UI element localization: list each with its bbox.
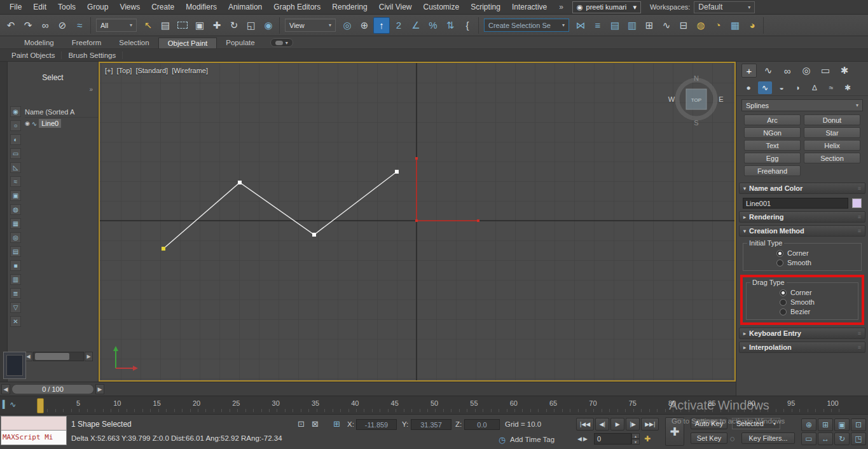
menu-item[interactable]: Tools (52, 0, 81, 14)
key-filters-button[interactable]: Key Filters... (741, 432, 795, 444)
render-setup-icon[interactable]: ◔ (710, 17, 726, 34)
material-editor-icon[interactable]: ◍ (692, 17, 709, 34)
motion-tab-icon[interactable]: ◎ (799, 64, 814, 78)
filter-icon[interactable]: ▽ (10, 302, 21, 313)
time-slider-handle[interactable] (37, 398, 44, 413)
geometry-category-icon[interactable]: ● (741, 81, 755, 94)
rollout-rendering[interactable]: ▸ Rendering (739, 211, 865, 223)
rollout-creation-method[interactable]: ▾ Creation Method (739, 225, 865, 237)
compass-west[interactable]: W (668, 95, 675, 103)
ribbon-tab[interactable]: Freeform (63, 38, 111, 48)
compass-east[interactable]: E (719, 95, 723, 103)
scrollbar-track[interactable] (33, 352, 84, 361)
menu-item[interactable]: Edit (27, 0, 52, 14)
spline-type-button[interactable]: NGon (744, 127, 801, 138)
scene-explorer-row[interactable]: ◉ ∿ Line0 (25, 118, 98, 129)
go-to-end-button[interactable]: ▶▶| (641, 418, 659, 431)
x-coordinate-field[interactable] (356, 419, 397, 430)
shapes-category-icon[interactable]: ∿ (758, 81, 772, 94)
workspace-dropdown[interactable]: Default ▾ (694, 1, 755, 13)
sort-icon[interactable]: ≣ (10, 288, 21, 299)
scrollbar-thumb[interactable] (35, 353, 69, 360)
display-containers-icon[interactable]: ■ (10, 260, 21, 271)
menu-item[interactable]: Views (114, 0, 146, 14)
coordinate-mode-icon[interactable]: ⊞ (333, 419, 340, 429)
undo-icon[interactable]: ↶ (3, 17, 19, 34)
radio-option[interactable]: Corner (780, 289, 854, 296)
set-keys-big-button[interactable]: ✚ (665, 417, 684, 446)
menu-item[interactable]: Interactive (506, 0, 553, 14)
viewport-layout-tab[interactable] (3, 352, 26, 379)
radio-option[interactable]: Corner (776, 249, 857, 257)
red-spline-vertex[interactable] (415, 219, 418, 222)
spline-type-button[interactable]: Section (804, 153, 860, 163)
red-spline-vertex[interactable] (477, 219, 479, 222)
rollout-interpolation[interactable]: ▸ Interpolation (739, 342, 865, 353)
menubar-overflow-icon[interactable]: » (559, 3, 563, 11)
frame-step-icons[interactable]: ◀▶ (577, 436, 589, 442)
find-icon[interactable]: ✕ (10, 316, 21, 327)
lights-category-icon[interactable]: ◒ (775, 81, 789, 94)
spline-type-button[interactable]: Arc (744, 114, 801, 125)
splines-dropdown[interactable]: Splines ▾ (741, 99, 863, 111)
spline-vertex[interactable] (238, 181, 242, 184)
select-and-rotate-icon[interactable]: ↻ (226, 17, 242, 34)
viewport-menu[interactable]: [Wireframe] (172, 67, 208, 74)
systems-category-icon[interactable]: ✱ (841, 81, 855, 94)
display-lights-icon[interactable]: ◐ (10, 134, 21, 145)
listener-field[interactable]: MAXScript Mi (1, 431, 67, 445)
ribbon-subtab[interactable]: Paint Objects (5, 52, 62, 59)
viewport-canvas[interactable]: TOP N S W E (100, 63, 734, 380)
mute-icon[interactable]: ◌ (730, 434, 735, 443)
horizontal-scrollbar[interactable]: ◀ ▶ (24, 352, 93, 361)
maximize-viewport-icon[interactable]: ◳ (851, 432, 866, 445)
window-crossing-icon[interactable]: ▣ (191, 17, 208, 34)
display-hidden-icon[interactable]: ◎ (10, 232, 21, 243)
rollout-keyboard-entry[interactable]: ▸ Keyboard Entry (739, 328, 865, 339)
key-filter-dropdown[interactable]: Selected ▾ (732, 418, 780, 429)
maxscript-mini-listener[interactable]: MAXScript Mi (1, 416, 67, 445)
select-and-move-icon[interactable]: ✚ (209, 17, 225, 34)
next-frame-button[interactable]: |▶ (626, 418, 640, 431)
spline-vertex[interactable] (312, 233, 316, 237)
spinner-up-icon[interactable]: ▲ (631, 433, 640, 439)
zoom-extents-icon[interactable]: ▣ (834, 418, 850, 431)
render-production-icon[interactable]: ◕ (744, 17, 761, 34)
angle-snap-icon[interactable]: ∠ (408, 17, 424, 34)
display-materials-icon[interactable]: ▤ (10, 246, 21, 257)
mini-curve-editor-button[interactable]: ▍ ∿ (3, 400, 16, 409)
display-xrefs-icon[interactable]: ▥ (10, 274, 21, 285)
frame-spinner[interactable]: ▲ ▼ (631, 433, 640, 445)
display-particles-icon[interactable]: ▣ (10, 190, 21, 201)
zoom-icon[interactable]: ⊕ (801, 418, 816, 431)
scene-explorer-overflow-icon[interactable]: » (89, 86, 93, 93)
previous-frame-button[interactable]: ◀| (595, 418, 609, 431)
select-and-scale-icon[interactable]: ◱ (243, 17, 259, 34)
space-warps-category-icon[interactable]: ≈ (824, 81, 838, 94)
radio-option[interactable]: Smooth (776, 259, 857, 266)
ribbon-tab[interactable]: Modeling (15, 38, 63, 48)
zoom-region-icon[interactable]: ▭ (801, 432, 816, 445)
ribbon-tab[interactable]: Object Paint (158, 38, 217, 48)
compass-north[interactable]: N (694, 74, 699, 82)
create-tab-icon[interactable]: + (741, 64, 757, 78)
snaps-toggle-icon[interactable]: 2 (390, 17, 407, 34)
keyboard-shortcut-override-icon[interactable]: ↑ (373, 17, 390, 34)
menu-item[interactable]: Animation (223, 0, 268, 14)
selection-filter-dropdown[interactable]: All ▾ (96, 18, 137, 32)
user-account-dropdown[interactable]: ◉ preeti kumari ▾ (572, 1, 641, 13)
viewport-menu[interactable]: [+] (105, 67, 113, 74)
select-and-manipulate-icon[interactable]: ⊕ (356, 17, 373, 34)
spline-type-button[interactable]: Text (744, 140, 801, 151)
modify-tab-icon[interactable]: ∿ (761, 64, 776, 78)
redo-icon[interactable]: ↷ (20, 17, 36, 34)
spline-type-button[interactable]: Donut (804, 114, 860, 125)
curve-editor-icon[interactable]: ∿ (658, 17, 675, 34)
menu-item[interactable]: Graph Editors (268, 0, 326, 14)
visibility-eye-icon[interactable]: ◉ (25, 120, 30, 127)
percent-snap-icon[interactable]: % (425, 17, 441, 34)
auto-key-button[interactable]: Auto Key (691, 418, 727, 429)
y-coordinate-field[interactable] (411, 419, 451, 430)
menu-item[interactable]: Civil View (373, 0, 418, 14)
menu-item[interactable]: Scripting (465, 0, 506, 14)
